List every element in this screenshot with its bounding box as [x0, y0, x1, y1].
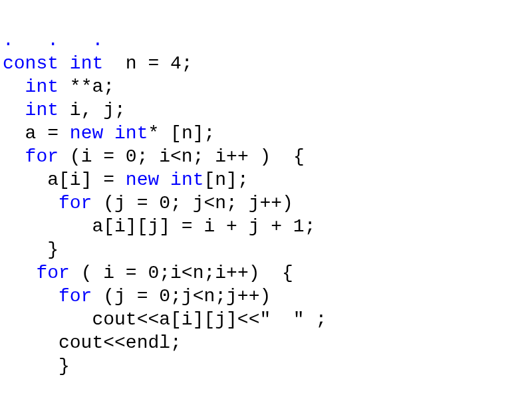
code-text: }	[47, 239, 59, 260]
indent	[3, 332, 59, 353]
indent	[3, 239, 47, 260]
code-text: ( i = 0;i<n;i++) {	[70, 263, 293, 283]
code-text: a[i] =	[47, 170, 126, 190]
indent	[3, 193, 59, 213]
kw-int: int	[170, 170, 203, 190]
kw-for: for	[25, 146, 59, 167]
kw-for: for	[36, 263, 69, 283]
indent	[3, 170, 47, 190]
code-text: * [n];	[148, 123, 215, 144]
indent	[3, 356, 59, 376]
kw-new: new	[126, 170, 159, 190]
indent	[3, 123, 25, 144]
code-text: (j = 0;j<n;j++)	[92, 286, 271, 307]
kw-int: int	[25, 100, 59, 120]
kw-const: const	[3, 53, 59, 74]
indent	[3, 146, 25, 167]
indent	[3, 286, 59, 307]
kw-int: int	[70, 53, 103, 74]
code-text: i, j;	[59, 100, 126, 120]
indent	[3, 309, 92, 330]
indent	[3, 263, 36, 283]
code-block: . . . const int n = 4; int **a; int i, j…	[0, 0, 532, 380]
kw-new: new	[70, 123, 103, 144]
code-text: **a;	[59, 76, 114, 97]
code-text: a =	[25, 123, 70, 144]
code-text: (i = 0; i<n; i++ ) {	[59, 146, 305, 167]
code-text: cout<<a[i][j]<<" " ;	[92, 309, 327, 330]
indent	[3, 76, 25, 97]
indent	[3, 100, 25, 120]
code-text: n = 4;	[103, 53, 192, 74]
indent	[3, 216, 92, 237]
kw-int: int	[25, 76, 59, 97]
kw-for: for	[59, 193, 92, 213]
kw-for: for	[59, 286, 92, 307]
code-text: cout<<endl;	[59, 332, 182, 353]
code-text: }	[59, 356, 70, 376]
kw-int: int	[114, 123, 148, 144]
code-text: a[i][j] = i + j + 1;	[92, 216, 315, 237]
code-text: [n];	[204, 170, 249, 190]
ellipsis-dots: . . .	[3, 30, 103, 51]
code-text: (j = 0; j<n; j++)	[92, 193, 293, 213]
